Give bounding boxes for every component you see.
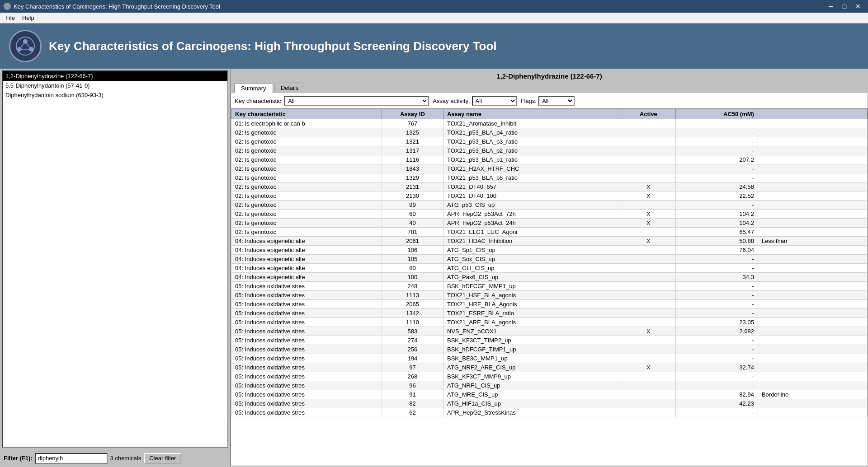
cell-ac50: - <box>676 201 758 210</box>
table-row[interactable]: 02: Is genotoxic 1325 TOX21_p53_BLA_p4_r… <box>231 128 868 137</box>
table-row[interactable]: 05: Induces oxidative stres 1113 TOX21_H… <box>231 291 868 300</box>
table-row[interactable]: 05: Induces oxidative stres 82 ATG_HIF1a… <box>231 399 868 408</box>
cell-active <box>621 381 676 390</box>
table-row[interactable]: 02: Is genotoxic 40 APR_HepG2_p53Act_24h… <box>231 219 868 228</box>
menu-bar: File Help <box>0 13 868 23</box>
table-row[interactable]: 05: Induces oxidative stres 268 BSK_KF3C… <box>231 372 868 381</box>
tab-details[interactable]: Details <box>274 83 306 93</box>
table-row[interactable]: 05: Induces oxidative stres 1110 TOX21_A… <box>231 318 868 327</box>
table-row[interactable]: 05: Induces oxidative stres 96 ATG_NRF1_… <box>231 381 868 390</box>
table-row[interactable]: 02: Is genotoxic 60 APR_HepG2_p53Act_72h… <box>231 210 868 219</box>
cell-active: X <box>621 182 676 191</box>
cell-ac50: 82.94 <box>676 390 758 399</box>
cell-name: BSK_KF3CT_TIMP2_up <box>443 336 621 345</box>
cell-kc: 05: Induces oxidative stres <box>231 282 382 291</box>
cell-active <box>621 246 676 255</box>
table-row[interactable]: 05: Induces oxidative stres 97 ATG_NRF2_… <box>231 363 868 372</box>
cell-notes <box>758 191 867 201</box>
filter-input[interactable] <box>35 453 108 464</box>
cell-notes <box>758 309 867 318</box>
table-row[interactable]: 02: Is genotoxic 1116 TOX21_p53_BLA_p1_r… <box>231 155 868 164</box>
table-row[interactable]: 02: Is genotoxic 1843 TOX21_H2AX_HTRF_CH… <box>231 164 868 173</box>
table-row[interactable]: 04: Induces epigenetic alte 2061 TOX21_H… <box>231 237 868 246</box>
filter-bar: Filter (F1): 3 chemicals Clear filter <box>0 450 230 466</box>
col-header-name[interactable]: Assay name <box>443 109 621 119</box>
clear-filter-button[interactable]: Clear filter <box>144 453 181 464</box>
table-row[interactable]: 01: Is electrophilic or can b 767 TOX21_… <box>231 119 868 128</box>
cell-name: TOX21_p53_BLA_p4_ratio <box>443 128 621 137</box>
maximize-button[interactable]: □ <box>838 1 851 11</box>
cell-name: APR_HepG2_p53Act_24h_ <box>443 219 621 228</box>
cell-ac50: 104.2 <box>676 210 758 219</box>
table-row[interactable]: 05: Induces oxidative stres 274 BSK_KF3C… <box>231 336 868 345</box>
col-header-kc[interactable]: Key characteristic <box>231 109 382 119</box>
cell-kc: 05: Induces oxidative stres <box>231 318 382 327</box>
cell-kc: 05: Induces oxidative stres <box>231 345 382 354</box>
menu-help[interactable]: Help <box>19 14 38 22</box>
chemical-item[interactable]: Diphenylhydantoin sodium (630-93-3) <box>3 90 227 100</box>
cell-name: ATG_NRF1_CIS_up <box>443 381 621 390</box>
table-scroll[interactable]: Key characteristic Assay ID Assay name A… <box>231 109 868 466</box>
chemical-list[interactable]: 1,2-Diphenylhydrazine (122-66-7)5,5-Diph… <box>2 70 228 448</box>
table-row[interactable]: 02: Is genotoxic 1321 TOX21_p53_BLA_p3_r… <box>231 137 868 146</box>
cell-name: TOX21_DT40_657 <box>443 182 621 191</box>
cell-name: BSK_hDFCGF_TIMP1_up <box>443 345 621 354</box>
filters-row: Key characteristic: All Assay activity: … <box>231 93 868 109</box>
table-row[interactable]: 02: Is genotoxic 1317 TOX21_p53_BLA_p2_r… <box>231 146 868 155</box>
compound-title: 1,2-Diphenylhydrazine (122-66-7) <box>231 69 868 83</box>
table-row[interactable]: 05: Induces oxidative stres 2065 TOX21_H… <box>231 300 868 309</box>
table-row[interactable]: 02: Is genotoxic 99 ATG_p53_CIS_up - <box>231 201 868 210</box>
table-row[interactable]: 04: Induces epigenetic alte 80 ATG_GLI_C… <box>231 264 868 273</box>
col-header-id[interactable]: Assay ID <box>382 109 443 119</box>
cell-ac50: 32.74 <box>676 363 758 372</box>
cell-ac50: - <box>676 173 758 182</box>
table-row[interactable]: 05: Induces oxidative stres 248 BSK_hDFC… <box>231 282 868 291</box>
cell-ac50: - <box>676 264 758 273</box>
col-header-active[interactable]: Active <box>621 109 676 119</box>
table-row[interactable]: 05: Induces oxidative stres 256 BSK_hDFC… <box>231 345 868 354</box>
col-header-notes[interactable] <box>758 109 867 119</box>
cell-id: 1843 <box>382 164 443 173</box>
cell-notes <box>758 264 867 273</box>
cell-notes: Borderline <box>758 390 867 399</box>
table-row[interactable]: 02: Is genotoxic 781 TOX21_ELG1_LUC_Agon… <box>231 228 868 237</box>
cell-notes <box>758 354 867 363</box>
table-row[interactable]: 02: Is genotoxic 2130 TOX21_DT40_100 X 2… <box>231 191 868 201</box>
right-panel: 1,2-Diphenylhydrazine (122-66-7) Summary… <box>231 69 868 466</box>
table-row[interactable]: 05: Induces oxidative stres 583 NVS_ENZ_… <box>231 327 868 336</box>
tab-summary[interactable]: Summary <box>234 83 273 93</box>
aa-filter-select[interactable]: All <box>472 96 517 106</box>
table-row[interactable]: 02: Is genotoxic 1329 TOX21_p53_BLA_p5_r… <box>231 173 868 182</box>
left-panel: 1,2-Diphenylhydrazine (122-66-7)5,5-Diph… <box>0 69 231 466</box>
cell-kc: 05: Induces oxidative stres <box>231 372 382 381</box>
table-row[interactable]: 05: Induces oxidative stres 62 APR_HepG2… <box>231 408 868 417</box>
cell-ac50: - <box>676 291 758 300</box>
table-row[interactable]: 05: Induces oxidative stres 194 BSK_BE3C… <box>231 354 868 363</box>
cell-notes <box>758 164 867 173</box>
close-button[interactable]: ✕ <box>852 1 864 11</box>
results-table-container: Key characteristic Assay ID Assay name A… <box>231 109 868 466</box>
col-header-ac50[interactable]: AC50 (mM) <box>676 109 758 119</box>
cell-kc: 05: Induces oxidative stres <box>231 390 382 399</box>
chemical-item[interactable]: 5,5-Diphenylhydantoin (57-41-0) <box>3 81 227 90</box>
table-row[interactable]: 04: Induces epigenetic alte 106 ATG_Sp1_… <box>231 246 868 255</box>
cell-active <box>621 309 676 318</box>
cell-kc: 02: Is genotoxic <box>231 201 382 210</box>
kc-filter-select[interactable]: All <box>284 96 429 106</box>
cell-ac50: - <box>676 309 758 318</box>
cell-id: 767 <box>382 119 443 128</box>
table-row[interactable]: 05: Induces oxidative stres 91 ATG_MRE_C… <box>231 390 868 399</box>
menu-file[interactable]: File <box>2 14 19 22</box>
cell-ac50: 2.682 <box>676 327 758 336</box>
cell-name: BSK_BE3C_MMP1_up <box>443 354 621 363</box>
table-row[interactable]: 05: Induces oxidative stres 1342 TOX21_E… <box>231 309 868 318</box>
minimize-button[interactable]: ─ <box>825 1 837 11</box>
table-row[interactable]: 04: Induces epigenetic alte 100 ATG_Pax6… <box>231 273 868 282</box>
table-row[interactable]: 04: Induces epigenetic alte 105 ATG_Sox_… <box>231 255 868 264</box>
flags-filter-select[interactable]: All <box>538 96 575 106</box>
cell-notes <box>758 300 867 309</box>
cell-notes <box>758 146 867 155</box>
cell-notes <box>758 128 867 137</box>
table-row[interactable]: 02: Is genotoxic 2131 TOX21_DT40_657 X 2… <box>231 182 868 191</box>
chemical-item[interactable]: 1,2-Diphenylhydrazine (122-66-7) <box>3 71 227 81</box>
